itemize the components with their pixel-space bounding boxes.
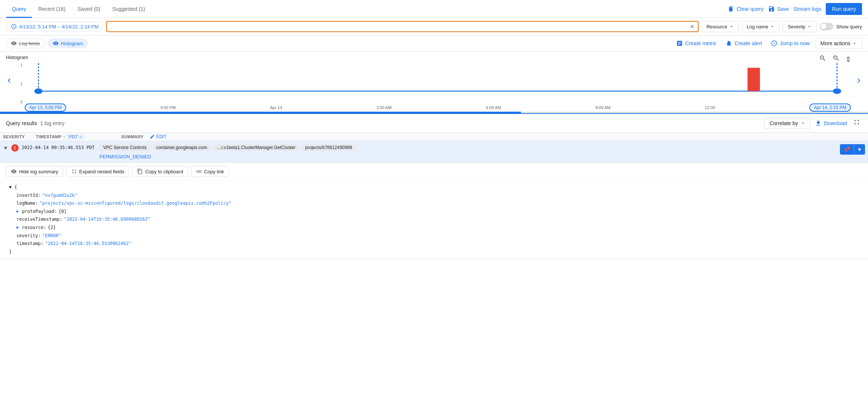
results-bar: Query results 1 log entry Correlate by D… — [0, 113, 868, 133]
correlate-by-button[interactable]: Correlate by — [764, 118, 810, 129]
expand-icon — [71, 168, 77, 174]
save-button[interactable]: Save — [768, 6, 789, 12]
histogram-title: Histogram — [6, 55, 28, 60]
zoom-out-icon — [819, 55, 826, 62]
timeline-label-3: 3:00 AM — [377, 105, 392, 110]
log-entry-row: ▼ ! 2022-04-14 09:35:46.553 PDT VPC Serv… — [0, 141, 868, 259]
log-tag-cluster: …r.v1beta1.ClusterManager.GetCluster — [213, 144, 299, 151]
hide-icon — [11, 168, 17, 174]
copy-link-button[interactable]: Copy link — [191, 166, 229, 177]
histogram-chart — [25, 63, 851, 100]
more-actions-button[interactable]: More actions — [816, 38, 862, 49]
save-icon — [768, 6, 775, 12]
edit-icon — [150, 134, 155, 139]
metric-icon — [676, 40, 683, 47]
log-tag-project: projects/676612490989 — [301, 144, 356, 151]
edit-summary-button[interactable]: EDIT — [150, 134, 166, 139]
log-field-protopayload: ▶ protoPayload: {8} — [16, 208, 859, 216]
search-input[interactable]: 5e4GI409D6BTWfOp_6C-uSwmTpOQWcmW82sfZW9V… — [111, 24, 687, 30]
table-header: SEVERITY TIMESTAMP ↑ PDT SUMMARY EDIT — [0, 133, 868, 141]
histogram-prev-button[interactable]: ‹ — [7, 74, 11, 86]
tab-recent[interactable]: Recent (16) — [32, 0, 71, 18]
log-field-logname: logName: "projects/vpc-sc-misconfigured/… — [16, 199, 859, 208]
th-timestamp[interactable]: TIMESTAMP ↑ PDT — [36, 134, 118, 139]
copy-to-clipboard-button[interactable]: Copy to clipboard — [132, 166, 188, 177]
download-icon — [815, 120, 822, 127]
clear-query-button[interactable]: Clear query — [727, 6, 763, 12]
y-axis-0: 0 — [20, 100, 22, 104]
y-axis-mid: 1 — [20, 82, 22, 86]
log-expand-button[interactable]: ▼ — [3, 145, 8, 151]
log-field-timestamp: timestamp: "2022-04-14T16:35:46.55309624… — [16, 240, 859, 248]
pdt-badge[interactable]: PDT — [67, 134, 85, 139]
jump-to-now-button[interactable]: Jump to now — [768, 38, 812, 49]
severity-filter[interactable]: Severity — [783, 21, 817, 32]
histogram-next-button[interactable]: › — [857, 74, 861, 86]
log-field-insertid: insertId: "nv7gumd2u2k" — [16, 192, 859, 200]
timeline-label-5: 9:00 AM — [595, 105, 610, 110]
create-metric-button[interactable]: Create metric — [673, 38, 720, 49]
download-button[interactable]: Download — [810, 118, 852, 129]
tab-suggested[interactable]: Suggested (1) — [106, 0, 151, 18]
results-title: Query results — [6, 120, 37, 126]
tab-saved[interactable]: Saved (0) — [71, 0, 106, 18]
timeline-end[interactable]: Apr 14, 2:15 PM — [809, 103, 851, 112]
fullscreen-icon — [853, 118, 861, 126]
stream-logs-button[interactable]: Stream logs — [794, 6, 822, 12]
date-range-picker[interactable]: 4/13/22, 5:14 PM – 4/14/22, 2:14 PM — [6, 22, 103, 31]
log-field-severity: severity: "ERROR" — [16, 232, 859, 240]
th-severity[interactable]: SEVERITY — [3, 134, 33, 139]
chevron-down-icon — [852, 41, 857, 46]
chevron-down-icon — [729, 24, 734, 29]
run-query-button[interactable]: Run query — [826, 3, 862, 15]
timeline-label-4: 6:00 AM — [486, 105, 501, 110]
clock-refresh-icon — [771, 40, 777, 47]
y-axis-1: 1 — [20, 63, 22, 67]
copy-icon — [137, 168, 143, 174]
histogram-button[interactable]: Histogram — [48, 38, 88, 48]
resource-filter[interactable]: Resource — [702, 21, 739, 32]
chevron-down-icon — [770, 24, 775, 29]
show-query-toggle-area: Show query — [820, 23, 862, 30]
svg-rect-3 — [748, 68, 760, 92]
clock-icon — [11, 24, 17, 30]
chevron-down-icon — [807, 24, 812, 29]
log-detail-content: ▼ { insertId: "nv7gumd2u2k" logName: "pr… — [0, 180, 868, 259]
log-name-filter[interactable]: Log name — [742, 21, 780, 32]
hide-log-summary-button[interactable]: Hide log summary — [6, 166, 63, 177]
search-box: 5e4GI409D6BTWfOp_6C-uSwmTpOQWcmW82sfZW9V… — [106, 21, 698, 32]
log-fields-icon — [11, 40, 17, 46]
svg-point-4 — [34, 89, 43, 94]
clear-search-button[interactable]: × — [690, 23, 694, 30]
tab-query[interactable]: Query — [6, 0, 32, 18]
timeline-label-1: 9:00 PM — [160, 105, 176, 110]
alert-icon — [726, 40, 732, 47]
timeline-label-6: 12:00 — [705, 105, 715, 110]
log-tag-vpc: VPC Service Controls — [99, 144, 150, 151]
link-icon — [196, 168, 202, 174]
log-tag-container: container.googleapis.com — [153, 144, 211, 151]
expand-nested-fields-button[interactable]: Expand nested fields — [66, 166, 129, 177]
log-field-resource: ▶ resource: {2} — [16, 224, 859, 232]
timeline-label-2: Apr 14 — [270, 105, 282, 110]
permission-denied-label: PERMISSION_DENIED — [99, 154, 151, 159]
th-summary: SUMMARY EDIT — [121, 134, 865, 139]
show-query-toggle[interactable] — [820, 23, 833, 30]
trash-icon — [727, 6, 734, 12]
timeline-start[interactable]: Apr 13, 5:00 PM — [25, 103, 66, 112]
log-detail-actions: Hide log summary Expand nested fields Co… — [0, 163, 868, 180]
svg-point-5 — [833, 89, 841, 94]
fullscreen-button[interactable] — [852, 117, 862, 129]
pin-button[interactable]: 📌 — [840, 144, 854, 155]
create-alert-button[interactable]: Create alert — [723, 38, 765, 49]
chevron-down-icon — [800, 121, 806, 126]
log-tags: VPC Service Controls container.googleapi… — [99, 144, 837, 159]
log-detail: Hide log summary Expand nested fields Co… — [0, 162, 868, 259]
results-count: 1 log entry — [40, 120, 64, 126]
pin-group: 📌 ▼ — [840, 144, 865, 155]
pin-dropdown-button[interactable]: ▼ — [854, 144, 865, 155]
log-timestamp: 2022-04-14 09:35:46.553 PDT — [22, 145, 96, 150]
histogram-icon — [53, 40, 59, 46]
pdt-chevron-icon — [79, 135, 83, 139]
log-fields-button[interactable]: Log fields — [6, 38, 45, 48]
